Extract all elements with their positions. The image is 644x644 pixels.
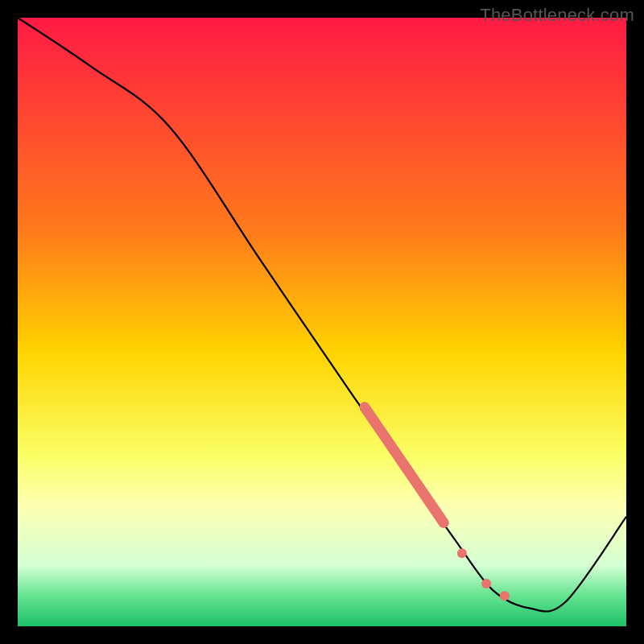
highlight-dot (457, 548, 467, 558)
highlight-dot (500, 591, 510, 601)
highlight-dot (481, 579, 491, 588)
chart-container: TheBottleneck.com (0, 0, 644, 644)
chart-svg (0, 0, 644, 644)
plot-area (18, 18, 626, 626)
gradient-background (18, 18, 626, 626)
watermark-text: TheBottleneck.com (480, 5, 634, 26)
